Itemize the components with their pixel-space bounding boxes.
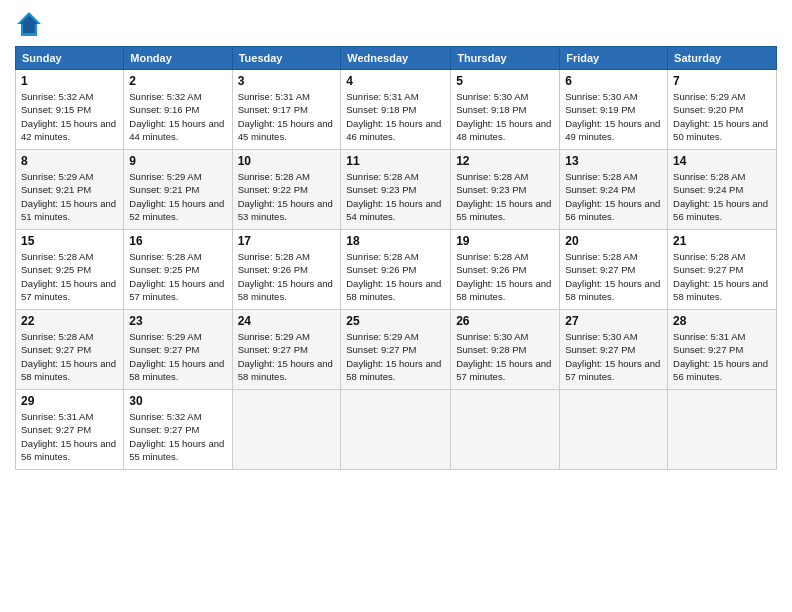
calendar-cell	[560, 390, 668, 470]
day-number: 9	[129, 154, 226, 168]
day-number: 27	[565, 314, 662, 328]
day-number: 8	[21, 154, 118, 168]
calendar-row: 8Sunrise: 5:29 AMSunset: 9:21 PMDaylight…	[16, 150, 777, 230]
calendar-row: 15Sunrise: 5:28 AMSunset: 9:25 PMDayligh…	[16, 230, 777, 310]
day-number: 28	[673, 314, 771, 328]
calendar-cell: 3Sunrise: 5:31 AMSunset: 9:17 PMDaylight…	[232, 70, 341, 150]
calendar-cell: 6Sunrise: 5:30 AMSunset: 9:19 PMDaylight…	[560, 70, 668, 150]
calendar-cell: 7Sunrise: 5:29 AMSunset: 9:20 PMDaylight…	[668, 70, 777, 150]
calendar-cell: 11Sunrise: 5:28 AMSunset: 9:23 PMDayligh…	[341, 150, 451, 230]
calendar-cell	[232, 390, 341, 470]
calendar-header-row: SundayMondayTuesdayWednesdayThursdayFrid…	[16, 47, 777, 70]
day-number: 10	[238, 154, 336, 168]
day-number: 22	[21, 314, 118, 328]
day-info: Sunrise: 5:31 AMSunset: 9:18 PMDaylight:…	[346, 90, 445, 143]
header	[15, 10, 777, 38]
calendar-cell: 22Sunrise: 5:28 AMSunset: 9:27 PMDayligh…	[16, 310, 124, 390]
day-info: Sunrise: 5:28 AMSunset: 9:23 PMDaylight:…	[456, 170, 554, 223]
day-info: Sunrise: 5:28 AMSunset: 9:24 PMDaylight:…	[673, 170, 771, 223]
day-info: Sunrise: 5:29 AMSunset: 9:27 PMDaylight:…	[129, 330, 226, 383]
day-info: Sunrise: 5:28 AMSunset: 9:27 PMDaylight:…	[673, 250, 771, 303]
calendar-cell: 5Sunrise: 5:30 AMSunset: 9:18 PMDaylight…	[451, 70, 560, 150]
day-number: 20	[565, 234, 662, 248]
day-info: Sunrise: 5:30 AMSunset: 9:28 PMDaylight:…	[456, 330, 554, 383]
calendar-cell: 15Sunrise: 5:28 AMSunset: 9:25 PMDayligh…	[16, 230, 124, 310]
calendar-cell: 9Sunrise: 5:29 AMSunset: 9:21 PMDaylight…	[124, 150, 232, 230]
calendar-cell	[341, 390, 451, 470]
day-info: Sunrise: 5:32 AMSunset: 9:15 PMDaylight:…	[21, 90, 118, 143]
calendar-cell: 13Sunrise: 5:28 AMSunset: 9:24 PMDayligh…	[560, 150, 668, 230]
day-number: 15	[21, 234, 118, 248]
day-number: 25	[346, 314, 445, 328]
day-info: Sunrise: 5:28 AMSunset: 9:23 PMDaylight:…	[346, 170, 445, 223]
day-number: 23	[129, 314, 226, 328]
calendar-row: 22Sunrise: 5:28 AMSunset: 9:27 PMDayligh…	[16, 310, 777, 390]
column-header-tuesday: Tuesday	[232, 47, 341, 70]
day-info: Sunrise: 5:28 AMSunset: 9:26 PMDaylight:…	[346, 250, 445, 303]
day-info: Sunrise: 5:30 AMSunset: 9:27 PMDaylight:…	[565, 330, 662, 383]
day-number: 24	[238, 314, 336, 328]
calendar-cell	[668, 390, 777, 470]
day-number: 2	[129, 74, 226, 88]
column-header-thursday: Thursday	[451, 47, 560, 70]
day-info: Sunrise: 5:28 AMSunset: 9:24 PMDaylight:…	[565, 170, 662, 223]
logo	[15, 10, 47, 38]
day-number: 21	[673, 234, 771, 248]
calendar-cell: 4Sunrise: 5:31 AMSunset: 9:18 PMDaylight…	[341, 70, 451, 150]
calendar-cell: 29Sunrise: 5:31 AMSunset: 9:27 PMDayligh…	[16, 390, 124, 470]
calendar-cell: 1Sunrise: 5:32 AMSunset: 9:15 PMDaylight…	[16, 70, 124, 150]
day-info: Sunrise: 5:28 AMSunset: 9:25 PMDaylight:…	[21, 250, 118, 303]
day-number: 16	[129, 234, 226, 248]
day-info: Sunrise: 5:30 AMSunset: 9:19 PMDaylight:…	[565, 90, 662, 143]
day-info: Sunrise: 5:28 AMSunset: 9:26 PMDaylight:…	[456, 250, 554, 303]
calendar-row: 29Sunrise: 5:31 AMSunset: 9:27 PMDayligh…	[16, 390, 777, 470]
day-info: Sunrise: 5:28 AMSunset: 9:27 PMDaylight:…	[565, 250, 662, 303]
day-number: 1	[21, 74, 118, 88]
day-info: Sunrise: 5:28 AMSunset: 9:27 PMDaylight:…	[21, 330, 118, 383]
column-header-saturday: Saturday	[668, 47, 777, 70]
logo-icon	[15, 10, 43, 38]
page: SundayMondayTuesdayWednesdayThursdayFrid…	[0, 0, 792, 612]
calendar-cell: 14Sunrise: 5:28 AMSunset: 9:24 PMDayligh…	[668, 150, 777, 230]
day-info: Sunrise: 5:32 AMSunset: 9:16 PMDaylight:…	[129, 90, 226, 143]
day-info: Sunrise: 5:29 AMSunset: 9:27 PMDaylight:…	[346, 330, 445, 383]
calendar-cell: 23Sunrise: 5:29 AMSunset: 9:27 PMDayligh…	[124, 310, 232, 390]
day-number: 29	[21, 394, 118, 408]
day-info: Sunrise: 5:28 AMSunset: 9:25 PMDaylight:…	[129, 250, 226, 303]
day-number: 11	[346, 154, 445, 168]
calendar-cell: 17Sunrise: 5:28 AMSunset: 9:26 PMDayligh…	[232, 230, 341, 310]
calendar-cell: 27Sunrise: 5:30 AMSunset: 9:27 PMDayligh…	[560, 310, 668, 390]
day-info: Sunrise: 5:31 AMSunset: 9:17 PMDaylight:…	[238, 90, 336, 143]
column-header-wednesday: Wednesday	[341, 47, 451, 70]
day-number: 18	[346, 234, 445, 248]
day-number: 3	[238, 74, 336, 88]
calendar-cell: 25Sunrise: 5:29 AMSunset: 9:27 PMDayligh…	[341, 310, 451, 390]
calendar-cell: 10Sunrise: 5:28 AMSunset: 9:22 PMDayligh…	[232, 150, 341, 230]
column-header-monday: Monday	[124, 47, 232, 70]
day-number: 14	[673, 154, 771, 168]
calendar-cell: 2Sunrise: 5:32 AMSunset: 9:16 PMDaylight…	[124, 70, 232, 150]
calendar-cell: 30Sunrise: 5:32 AMSunset: 9:27 PMDayligh…	[124, 390, 232, 470]
day-info: Sunrise: 5:29 AMSunset: 9:27 PMDaylight:…	[238, 330, 336, 383]
day-info: Sunrise: 5:30 AMSunset: 9:18 PMDaylight:…	[456, 90, 554, 143]
calendar-cell: 24Sunrise: 5:29 AMSunset: 9:27 PMDayligh…	[232, 310, 341, 390]
day-number: 6	[565, 74, 662, 88]
calendar-cell: 19Sunrise: 5:28 AMSunset: 9:26 PMDayligh…	[451, 230, 560, 310]
day-info: Sunrise: 5:28 AMSunset: 9:26 PMDaylight:…	[238, 250, 336, 303]
calendar-cell: 16Sunrise: 5:28 AMSunset: 9:25 PMDayligh…	[124, 230, 232, 310]
day-number: 7	[673, 74, 771, 88]
day-number: 30	[129, 394, 226, 408]
day-number: 4	[346, 74, 445, 88]
day-info: Sunrise: 5:28 AMSunset: 9:22 PMDaylight:…	[238, 170, 336, 223]
day-number: 13	[565, 154, 662, 168]
day-info: Sunrise: 5:29 AMSunset: 9:21 PMDaylight:…	[21, 170, 118, 223]
calendar-cell	[451, 390, 560, 470]
day-number: 26	[456, 314, 554, 328]
calendar-row: 1Sunrise: 5:32 AMSunset: 9:15 PMDaylight…	[16, 70, 777, 150]
calendar-table: SundayMondayTuesdayWednesdayThursdayFrid…	[15, 46, 777, 470]
day-info: Sunrise: 5:32 AMSunset: 9:27 PMDaylight:…	[129, 410, 226, 463]
day-number: 19	[456, 234, 554, 248]
calendar-cell: 12Sunrise: 5:28 AMSunset: 9:23 PMDayligh…	[451, 150, 560, 230]
day-info: Sunrise: 5:29 AMSunset: 9:21 PMDaylight:…	[129, 170, 226, 223]
day-number: 17	[238, 234, 336, 248]
